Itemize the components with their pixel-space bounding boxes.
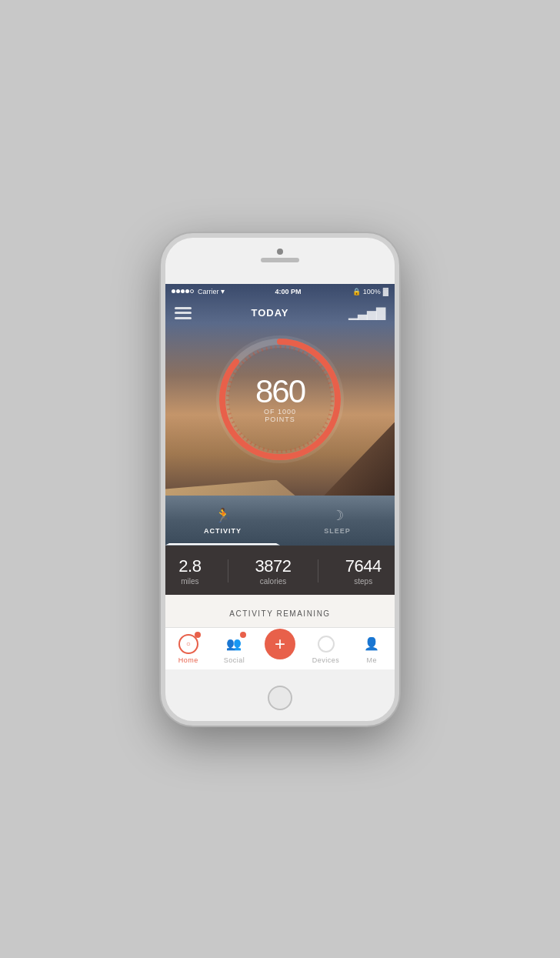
ring-number: 860: [248, 376, 313, 408]
menu-line-1: [175, 307, 192, 309]
page-title: TODAY: [251, 307, 288, 319]
home-notification-dot: [195, 632, 201, 638]
phone-bottom-bezel: [165, 675, 395, 721]
hero-section: Carrier ▾ 4:00 PM 🔒 100% ▓ TODAY ▁▃: [165, 284, 395, 546]
menu-icon[interactable]: [175, 307, 192, 319]
battery-label: 100%: [363, 288, 381, 295]
signal-dot-3: [181, 289, 185, 293]
progress-ring-container: 860 OF 1000 POINTS: [215, 334, 345, 465]
stat-miles: 2.8 miles: [178, 556, 201, 586]
menu-line-2: [175, 312, 192, 314]
stats-section: 2.8 miles 3872 calories 7644 steps: [165, 546, 395, 595]
calories-unit: calories: [260, 577, 286, 586]
social-nav-icon: 👥: [223, 633, 245, 655]
stat-steps: 7644 steps: [345, 556, 382, 586]
ring-center: 860 OF 1000 POINTS: [248, 376, 313, 423]
battery-icon: ▓: [383, 287, 388, 295]
ring-label: OF 1000 POINTS: [248, 408, 313, 423]
devices-nav-icon: [315, 633, 337, 655]
phone-screen: Carrier ▾ 4:00 PM 🔒 100% ▓ TODAY ▁▃: [165, 284, 395, 675]
signal-dot-4: [185, 289, 189, 293]
me-icon: 👤: [364, 636, 379, 651]
me-nav-icon: 👤: [361, 633, 382, 655]
nav-devices[interactable]: Devices: [303, 633, 349, 664]
nav-home[interactable]: ○ Home: [165, 633, 212, 664]
app-header: TODAY ▁▃▅▇: [165, 299, 395, 327]
home-nav-icon: ○: [178, 633, 199, 655]
stat-divider-1: [228, 559, 228, 582]
calories-value: 3872: [255, 556, 292, 576]
plus-icon: +: [275, 635, 285, 653]
devices-circle-icon: [318, 636, 335, 653]
add-button[interactable]: +: [265, 629, 295, 659]
me-nav-label: Me: [366, 656, 377, 664]
tab-underline: [165, 543, 280, 546]
wifi-icon: ▾: [221, 287, 225, 295]
signal-dots: [172, 289, 194, 293]
social-notification-dot: [240, 632, 246, 638]
activity-tabs: 🏃 ACTIVITY ☽ SLEEP: [165, 499, 395, 546]
phone-top-bezel: [165, 238, 395, 284]
chart-icon[interactable]: ▁▃▅▇: [348, 305, 385, 320]
status-right: 🔒 100% ▓: [352, 287, 388, 295]
tab-sleep-label: SLEEP: [324, 527, 351, 535]
status-left: Carrier ▾: [172, 287, 225, 295]
nav-social[interactable]: 👥 Social: [212, 633, 258, 664]
signal-dot-1: [172, 289, 175, 293]
bottom-navigation: ○ Home 👥 Social +: [165, 627, 395, 669]
social-nav-label: Social: [224, 656, 245, 664]
social-icon: 👥: [226, 636, 242, 651]
speaker: [261, 258, 299, 262]
status-time: 4:00 PM: [275, 288, 302, 295]
tab-sleep[interactable]: ☽ SLEEP: [280, 507, 395, 538]
home-inner-icon: ○: [186, 639, 191, 648]
running-icon: 🏃: [215, 507, 232, 524]
moon-icon: ☽: [332, 507, 344, 524]
status-bar: Carrier ▾ 4:00 PM 🔒 100% ▓: [165, 284, 395, 299]
nav-add[interactable]: +: [257, 629, 303, 669]
activity-remaining-section: ACTIVITY REMAINING: [165, 595, 395, 627]
tab-activity[interactable]: 🏃 ACTIVITY: [165, 507, 280, 538]
phone-device: Carrier ▾ 4:00 PM 🔒 100% ▓ TODAY ▁▃: [161, 233, 399, 726]
miles-unit: miles: [181, 577, 198, 586]
nav-me[interactable]: 👤 Me: [348, 633, 395, 664]
signal-dot-5: [190, 289, 194, 293]
steps-unit: steps: [354, 577, 372, 586]
camera: [277, 249, 283, 255]
carrier-label: Carrier: [198, 288, 219, 295]
miles-value: 2.8: [178, 556, 201, 576]
menu-line-3: [175, 317, 192, 319]
activity-remaining-label: ACTIVITY REMAINING: [229, 609, 330, 618]
home-button[interactable]: [268, 686, 292, 710]
stat-calories: 3872 calories: [255, 556, 292, 586]
home-nav-label: Home: [178, 656, 198, 664]
signal-dot-2: [176, 289, 180, 293]
steps-value: 7644: [345, 556, 382, 576]
devices-nav-label: Devices: [312, 656, 340, 664]
tab-activity-label: ACTIVITY: [204, 527, 242, 535]
stat-divider-2: [318, 559, 318, 582]
lock-icon: 🔒: [352, 288, 361, 295]
